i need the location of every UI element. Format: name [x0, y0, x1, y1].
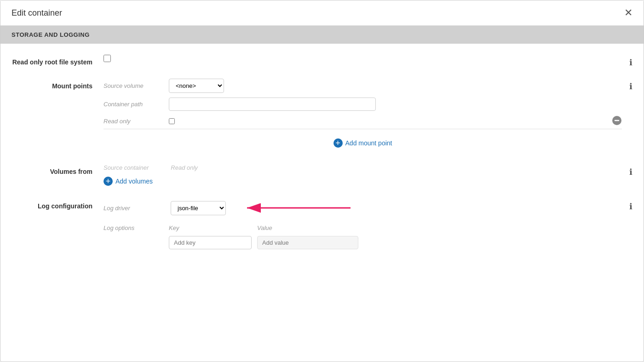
- volumes-readonly-placeholder: Read only: [171, 164, 198, 171]
- readonly-root-info-icon[interactable]: ℹ: [629, 55, 632, 68]
- edit-container-modal: Edit container ✕ STORAGE AND LOGGING Rea…: [0, 0, 644, 362]
- log-config-content: Log driver json-file none local syslog j…: [104, 199, 622, 249]
- value-group: Value: [257, 224, 358, 249]
- source-volume-row: Source volume <none>: [104, 79, 622, 93]
- source-volume-select[interactable]: <none>: [169, 79, 224, 93]
- volumes-from-info-icon[interactable]: ℹ: [629, 164, 632, 177]
- mount-divider: [104, 129, 622, 129]
- log-driver-field-label: Log driver: [104, 205, 163, 212]
- remove-mount-point-button[interactable]: [612, 115, 622, 127]
- readonly-root-label: Read only root file system: [12, 55, 104, 66]
- modal-title: Edit container: [12, 8, 62, 18]
- mount-point-grid: Source volume <none> Container path Read…: [104, 79, 622, 127]
- log-value-input[interactable]: [257, 236, 358, 249]
- log-options-field-label: Log options: [104, 224, 163, 231]
- log-config-info-icon[interactable]: ℹ: [629, 199, 632, 212]
- add-volumes-label: Add volumes: [115, 178, 153, 185]
- container-path-label: Container path: [104, 101, 163, 108]
- mount-points-label: Mount points: [12, 79, 104, 90]
- mount-readonly-checkbox[interactable]: [169, 118, 175, 124]
- source-container-placeholder: Source container: [104, 164, 149, 171]
- source-volume-label: Source volume: [104, 82, 163, 89]
- log-driver-row: Log driver json-file none local syslog j…: [104, 199, 622, 217]
- add-volumes-icon: +: [104, 177, 113, 186]
- volumes-from-label: Volumes from: [12, 164, 104, 175]
- mount-points-info-icon[interactable]: ℹ: [629, 79, 632, 92]
- key-col-label: Key: [169, 224, 252, 231]
- arrow-annotation: [233, 199, 353, 217]
- log-key-input[interactable]: [169, 236, 252, 249]
- add-mount-point-label: Add mount point: [345, 139, 392, 147]
- add-mount-point-icon: +: [334, 138, 343, 148]
- container-path-input[interactable]: [169, 98, 376, 111]
- key-group: Key: [169, 224, 252, 249]
- mount-readonly-row: Read only: [104, 115, 622, 127]
- modal-header: Edit container ✕: [0, 0, 644, 26]
- readonly-root-row: Read only root file system ℹ: [12, 55, 632, 68]
- log-options-row: Log options Key Value: [104, 224, 622, 249]
- section-header: STORAGE AND LOGGING: [0, 26, 644, 44]
- volumes-from-row: Volumes from Source container Read only …: [12, 164, 632, 188]
- log-config-label: Log configuration: [12, 199, 104, 210]
- form-body: Read only root file system ℹ Mount point…: [0, 44, 644, 271]
- volumes-from-header: Source container Read only: [104, 164, 622, 171]
- value-col-label: Value: [257, 224, 358, 231]
- log-config-row: Log configuration Log driver json-file n…: [12, 199, 632, 249]
- mount-points-row: Mount points Source volume <none> Contai…: [12, 79, 632, 153]
- readonly-root-checkbox-row: [104, 55, 622, 62]
- volumes-from-content: Source container Read only + Add volumes: [104, 164, 622, 188]
- arrow-svg: [233, 199, 353, 217]
- container-path-row: Container path: [104, 98, 622, 111]
- readonly-root-checkbox[interactable]: [104, 55, 111, 62]
- readonly-root-content: [104, 55, 622, 62]
- close-button[interactable]: ✕: [624, 8, 632, 18]
- remove-icon: [612, 115, 622, 126]
- mount-points-content: Source volume <none> Container path Read…: [104, 79, 622, 153]
- log-driver-select[interactable]: json-file none local syslog journald: [171, 201, 226, 215]
- add-mount-point-button[interactable]: + Add mount point: [334, 137, 392, 149]
- mount-readonly-label: Read only: [104, 118, 163, 125]
- add-volumes-button[interactable]: + Add volumes: [104, 175, 153, 188]
- add-mount-point-container: + Add mount point: [104, 135, 622, 153]
